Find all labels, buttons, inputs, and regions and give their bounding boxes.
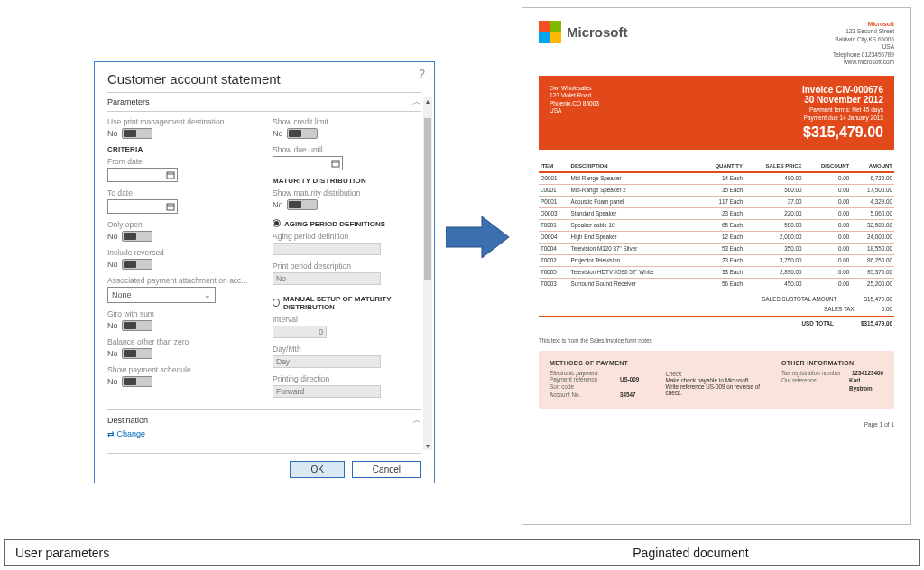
invoice-footer: METHODS OF PAYMENT Electronic payment Pa… xyxy=(539,351,894,409)
table-row: T0004Television M120 37" Silver53 Each35… xyxy=(539,243,894,254)
toggle-paysched[interactable] xyxy=(122,376,152,387)
invoice-document: Microsoft Microsoft 123 Second Street Ba… xyxy=(522,7,911,525)
svg-rect-2 xyxy=(167,204,174,210)
table-row: T0001Speaker cable 1065 Each500.000.0032… xyxy=(539,219,894,231)
to-date-input[interactable] xyxy=(107,199,178,214)
lbl-daymth: Day/Mth xyxy=(273,345,421,354)
lbl-show-maturity: Show maturity distribution xyxy=(273,188,421,198)
from-date-input[interactable] xyxy=(107,168,178,182)
col-header: ITEM xyxy=(539,161,569,172)
radio-aging[interactable]: AGING PERIOD DEFINITIONS xyxy=(273,216,421,230)
ok-button[interactable]: OK xyxy=(290,461,344,478)
section-parameters-label: Parameters xyxy=(107,97,150,106)
svg-rect-0 xyxy=(167,172,174,179)
toggle-use-pm[interactable] xyxy=(122,128,152,139)
table-row: L0001Mid-Range Speaker 235 Each500.000.0… xyxy=(539,184,894,196)
table-row: D0003Standard Speaker23 Each220.000.005,… xyxy=(539,207,894,219)
val-no-1: No xyxy=(107,129,118,138)
lbl-balance: Balance other than zero xyxy=(107,337,256,346)
invoice-note: This text is from the Sales Invoice form… xyxy=(539,337,894,344)
toggle-show-credit[interactable] xyxy=(287,128,318,139)
params-col-right: Show credit limit No Show due until MATU… xyxy=(273,117,421,404)
show-due-input[interactable] xyxy=(273,156,343,170)
lbl-only-open: Only open xyxy=(107,220,256,229)
criteria-hdr: CRITERIA xyxy=(107,145,256,153)
lbl-show-due: Show due until xyxy=(273,145,421,154)
table-row: T0003Surround Sound Receiver56 Each450.0… xyxy=(539,278,894,290)
scroll-thumb[interactable] xyxy=(424,118,431,280)
chevron-up-icon: ︿ xyxy=(412,414,421,427)
lbl-to-date: To date xyxy=(107,188,256,198)
col-header: AMOUNT xyxy=(851,161,894,172)
bill-to: Owl Wholesales 123 Violet Road Phoenix,C… xyxy=(550,85,599,115)
lbl-incl-rev: Include reversed xyxy=(107,248,256,257)
table-row: T0005Television HDTV X590 52" White33 Ea… xyxy=(539,266,894,278)
cancel-button[interactable]: Cancel xyxy=(352,461,421,478)
caption-bar: User parameters Paginated document xyxy=(4,539,920,566)
assoc-pay-select[interactable]: None⌄ xyxy=(107,287,216,303)
caption-left: User parameters xyxy=(5,540,462,565)
change-link[interactable]: ⇄ Change xyxy=(107,429,421,438)
radio-dot-icon xyxy=(273,299,280,307)
microsoft-logo: Microsoft xyxy=(539,21,628,43)
print-period-input[interactable]: No xyxy=(273,272,381,285)
lbl-interval: Interval xyxy=(273,315,421,324)
lbl-giro: Giro with sum xyxy=(107,309,256,318)
toggle-giro[interactable] xyxy=(122,320,152,331)
params-col-left: Use print management destination No CRIT… xyxy=(107,117,256,404)
lbl-print-period: Print period description xyxy=(273,262,421,271)
section-destination[interactable]: Destination ︿ xyxy=(107,409,421,427)
interval-input[interactable]: 0 xyxy=(273,326,327,338)
col-header: SALES PRICE xyxy=(744,161,804,172)
svg-rect-4 xyxy=(332,161,339,167)
chevron-down-icon: ⌄ xyxy=(204,290,211,299)
help-icon[interactable]: ? xyxy=(419,68,425,80)
lbl-from-date: From date xyxy=(107,157,256,166)
lbl-paysched: Show payment schedule xyxy=(107,365,256,374)
svg-marker-6 xyxy=(446,216,509,258)
invoice-meta: Invoice CIV-000676 30 November 2012 Paym… xyxy=(802,85,883,141)
lbl-aging-def: Aging period definition xyxy=(273,232,421,241)
table-row: T0002Projector Television23 Each3,750.00… xyxy=(539,254,894,266)
radio-manual[interactable]: MANUAL SETUP OF MATURITY DISTRIBUTION xyxy=(273,291,421,313)
chevron-up-icon: ︿ xyxy=(412,96,421,108)
scroll-up-icon[interactable]: ▴ xyxy=(423,97,432,106)
radio-dot-icon xyxy=(273,219,281,227)
lbl-use-pm: Use print management destination xyxy=(107,117,256,126)
company-name: Microsoft xyxy=(567,24,628,40)
dialog-scrollbar[interactable]: ▴ ▾ xyxy=(423,97,432,450)
totals: SALES SUBTOTAL AMOUNT315,479.00 SALES TA… xyxy=(539,294,894,328)
aging-def-input[interactable] xyxy=(273,243,381,255)
toggle-balance[interactable] xyxy=(122,348,152,359)
table-row: D0001Mid-Range Speaker14 Each480.000.006… xyxy=(539,172,894,185)
col-header: QUANTITY xyxy=(698,161,744,172)
daymth-input[interactable]: Day xyxy=(273,355,381,368)
section-parameters[interactable]: Parameters ︿ xyxy=(107,92,421,112)
company-address: Microsoft 123 Second Street Baldwin City… xyxy=(833,21,894,67)
lbl-assoc-pay: Associated payment attachment on acc... xyxy=(107,276,256,285)
arrow-right-icon xyxy=(446,216,509,258)
toggle-only-open[interactable] xyxy=(122,231,152,242)
scroll-down-icon[interactable]: ▾ xyxy=(423,441,432,450)
toggle-show-maturity[interactable] xyxy=(287,199,318,210)
lbl-show-credit: Show credit limit xyxy=(273,117,421,126)
table-row: P0001Acoustic Foam panel117 Each37.000.0… xyxy=(539,196,894,207)
col-header: DESCRIPTION xyxy=(569,161,698,172)
printdir-input[interactable]: Forward xyxy=(273,385,381,398)
caption-right: Paginated document xyxy=(462,540,919,565)
invoice-banner: Owl Wholesales 123 Violet Road Phoenix,C… xyxy=(539,76,894,150)
lbl-printdir: Printing direction xyxy=(273,374,421,383)
line-items-table: ITEMDESCRIPTIONQUANTITYSALES PRICEDISCOU… xyxy=(539,161,894,290)
page-number: Page 1 of 1 xyxy=(522,421,894,428)
maturity-hdr: MATURITY DISTRIBUTION xyxy=(273,177,421,185)
dialog-title: Customer account statement xyxy=(107,71,421,87)
parameters-dialog: ? Customer account statement Parameters … xyxy=(94,61,435,483)
col-header: DISCOUNT xyxy=(804,161,852,172)
toggle-incl-rev[interactable] xyxy=(122,259,152,270)
table-row: D0004High End Speaker12 Each2,000.000.00… xyxy=(539,231,894,243)
